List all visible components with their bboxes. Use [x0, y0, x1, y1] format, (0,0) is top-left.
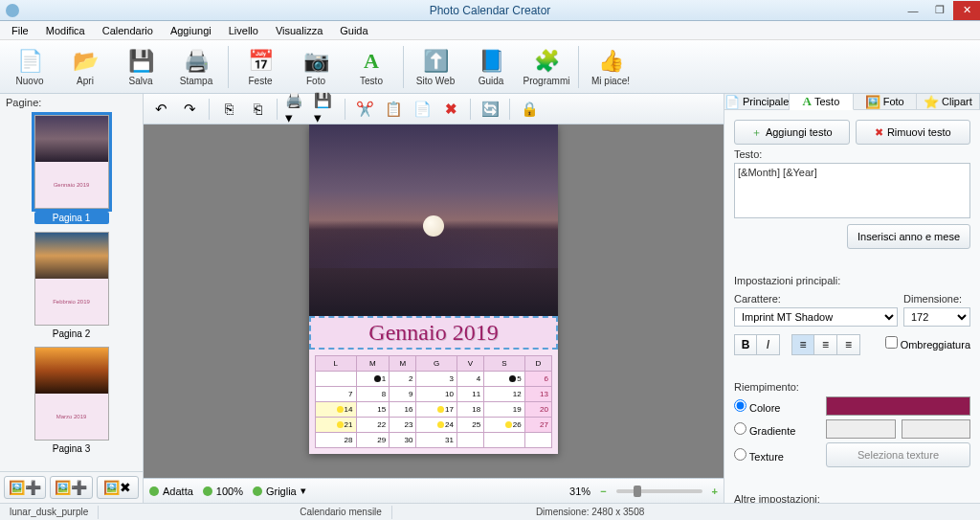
titlebar: Photo Calendar Creator — ❐ ✕ — [0, 0, 980, 21]
pages-panel: Pagine: Gennaio 2019Pagina 1Febbraio 201… — [0, 94, 144, 503]
minimize-button[interactable]: — — [900, 1, 926, 20]
page-photo[interactable] — [309, 124, 558, 316]
tb-guida[interactable]: 📘Guida — [467, 48, 515, 86]
menu-visualizza[interactable]: Visualizza — [268, 23, 330, 38]
pages-label: Pagine: — [0, 94, 143, 111]
app-logo — [6, 4, 19, 17]
text-input[interactable]: [&Month] [&Year] — [734, 163, 970, 218]
canvas[interactable]: Gennaio 2019 LMMGVSD12345678910111213141… — [144, 124, 724, 478]
zoom-out-button[interactable]: − — [600, 486, 606, 497]
zoom-slider[interactable] — [616, 489, 702, 493]
cut-button[interactable]: ✂️ — [353, 98, 376, 121]
menu-modifica[interactable]: Modifica — [38, 23, 93, 38]
zoom-value: 31% — [569, 486, 590, 497]
menu-livello[interactable]: Livello — [221, 23, 266, 38]
menu-calendario[interactable]: Calendario — [95, 23, 161, 38]
add-images-button[interactable]: 🖼️➕ — [50, 476, 92, 499]
size-select[interactable]: 172 — [903, 307, 970, 327]
export-button[interactable]: ⎘ — [217, 98, 240, 121]
tb-nuovo[interactable]: 📄Nuovo — [6, 48, 54, 86]
statusbar: lunar_dusk_purple Calendario mensile Dim… — [0, 503, 980, 520]
menu-file[interactable]: File — [4, 23, 36, 38]
tb-sito-web[interactable]: ⬆️Sito Web — [412, 48, 459, 86]
editor-area: ↶ ↷ ⎘ ⎗ 🖨️▾ 💾▾ ✂️ 📋 📄 ✖ 🔄 🔒 — [144, 94, 724, 503]
main-toolbar: 📄Nuovo📂Apri💾Salva🖨️Stampa📅Feste📷FotoATes… — [0, 40, 980, 94]
add-image-button[interactable]: 🖼️➕ — [4, 476, 46, 499]
month-title: Gennaio 2019 — [311, 320, 556, 346]
gradient-swatch-2[interactable] — [902, 419, 971, 439]
fill-gradient-radio[interactable]: Gradiente — [734, 422, 820, 437]
menu-guida[interactable]: Guida — [332, 23, 375, 38]
page-thumb[interactable]: Febbraio 2019Pagina 2 — [34, 232, 109, 339]
fill-color-swatch[interactable] — [826, 396, 970, 416]
align-left-button[interactable]: ≡ — [791, 334, 814, 355]
fill-color-radio[interactable]: Colore — [734, 399, 820, 414]
page-thumb[interactable]: Marzo 2019Pagina 3 — [34, 347, 109, 454]
print-button[interactable]: 🖨️▾ — [285, 98, 308, 121]
tb-mi-piace![interactable]: 👍Mi piace! — [587, 48, 635, 86]
select-texture-button[interactable]: Seleziona texture — [826, 442, 970, 467]
undo-button[interactable]: ↶ — [149, 98, 172, 121]
close-button[interactable]: ✕ — [953, 1, 980, 20]
editor-toolbar: ↶ ↷ ⎘ ⎗ 🖨️▾ 💾▾ ✂️ 📋 📄 ✖ 🔄 🔒 — [144, 94, 724, 124]
align-center-button[interactable]: ≡ — [814, 334, 837, 355]
tb-salva[interactable]: 💾Salva — [117, 48, 165, 86]
month-title-box[interactable]: Gennaio 2019 — [309, 316, 558, 350]
text-label: Testo: — [734, 148, 970, 160]
zoom-100-button[interactable]: 100% — [203, 486, 243, 497]
properties-panel: 📄PrincipaleATesto🖼️Foto⭐Clipart ＋Aggiung… — [724, 94, 980, 503]
maximize-button[interactable]: ❐ — [926, 1, 953, 20]
view-bar: Adatta 100% Griglia ▾ 31% − + — [144, 478, 724, 503]
tb-stampa[interactable]: 🖨️Stampa — [172, 48, 220, 86]
menubar: FileModificaCalendarioAggiungiLivelloVis… — [0, 21, 980, 40]
gradient-swatch-1[interactable] — [826, 419, 896, 439]
font-label: Carattere: — [734, 293, 898, 305]
tab-principale[interactable]: 📄Principale — [724, 94, 790, 109]
import-button[interactable]: ⎗ — [246, 98, 269, 121]
fill-texture-radio[interactable]: Texture — [734, 448, 820, 463]
tb-programmi[interactable]: 🧩Programmi — [523, 48, 570, 86]
paste-button[interactable]: 📄 — [411, 98, 434, 121]
redo-button[interactable]: ↷ — [178, 98, 201, 121]
other-settings-label: Altre impostazioni: — [734, 493, 970, 503]
add-text-button[interactable]: ＋Aggiungi testo — [734, 120, 850, 145]
align-right-button[interactable]: ≡ — [837, 334, 860, 355]
insert-date-button[interactable]: Inserisci anno e mese — [847, 224, 970, 249]
tb-foto[interactable]: 📷Foto — [292, 48, 340, 86]
tb-testo[interactable]: ATesto — [347, 48, 395, 86]
remove-image-button[interactable]: 🖼️✖ — [97, 476, 139, 499]
main-settings-label: Impostazioni principali: — [734, 275, 970, 286]
shadow-checkbox[interactable]: Ombreggiatura — [885, 336, 970, 350]
calendar-grid[interactable]: LMMGVSD123456789101112131415161718192021… — [309, 350, 558, 454]
status-type: Calendario mensile — [290, 507, 391, 517]
size-label: Dimensione: — [903, 293, 970, 305]
menu-aggiungi[interactable]: Aggiungi — [163, 23, 219, 38]
refresh-button[interactable]: 🔄 — [479, 98, 501, 121]
status-file: lunar_dusk_purple — [0, 507, 98, 517]
remove-text-button[interactable]: ✖Rimuovi testo — [856, 120, 971, 145]
property-tabs: 📄PrincipaleATesto🖼️Foto⭐Clipart — [724, 94, 980, 110]
delete-button[interactable]: ✖ — [439, 98, 462, 121]
font-select[interactable]: Imprint MT Shadow — [734, 307, 898, 327]
fill-label: Riempimento: — [734, 381, 970, 393]
tab-clipart[interactable]: ⭐Clipart — [917, 94, 980, 109]
italic-button[interactable]: I — [757, 334, 780, 355]
window-title: Photo Calendar Creator — [430, 4, 551, 17]
fit-button[interactable]: Adatta — [149, 486, 193, 497]
tb-feste[interactable]: 📅Feste — [236, 48, 284, 86]
status-dimensions: Dimensione: 2480 x 3508 — [526, 507, 654, 517]
grid-toggle[interactable]: Griglia ▾ — [253, 485, 306, 497]
page-thumbnails: Gennaio 2019Pagina 1Febbraio 2019Pagina … — [0, 111, 143, 471]
lock-button[interactable]: 🔒 — [518, 98, 541, 121]
copy-button[interactable]: 📋 — [382, 98, 405, 121]
save-file-button[interactable]: 💾▾ — [314, 98, 337, 121]
tab-testo[interactable]: ATesto — [790, 94, 853, 110]
bold-button[interactable]: B — [734, 334, 757, 355]
zoom-in-button[interactable]: + — [712, 486, 718, 497]
tab-foto[interactable]: 🖼️Foto — [854, 94, 917, 109]
page-thumb[interactable]: Gennaio 2019Pagina 1 — [34, 115, 109, 224]
calendar-page[interactable]: Gennaio 2019 LMMGVSD12345678910111213141… — [309, 124, 558, 454]
tb-apri[interactable]: 📂Apri — [61, 48, 109, 86]
